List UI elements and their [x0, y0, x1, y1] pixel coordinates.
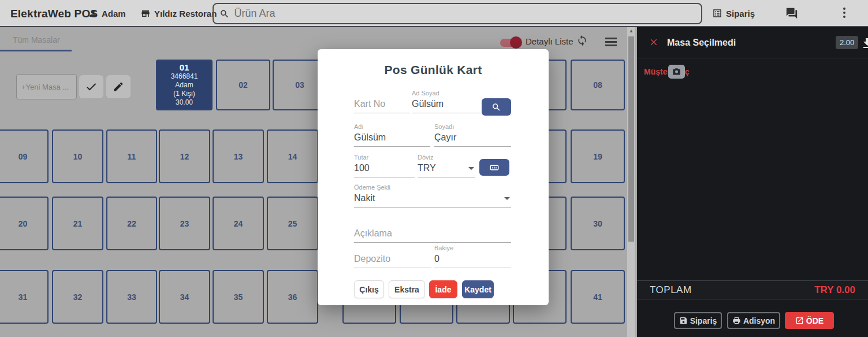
panel-divider: [637, 58, 868, 58]
payment-type-field: Ödeme Şekli Nakit: [354, 184, 511, 208]
panel-title: Masa Seçilmedi: [667, 38, 736, 48]
customer-search-button[interactable]: [482, 98, 511, 116]
payment-type-label: Ödeme Şekli: [354, 184, 511, 192]
chevron-down-icon: [468, 167, 474, 170]
table-cell-19[interactable]: 19: [571, 129, 625, 183]
chat-icon[interactable]: [785, 7, 798, 22]
elektraweb-pos-app: ElektraWeb POS Adam Yıldız Restoran Sipa…: [0, 0, 868, 337]
order-save-button[interactable]: Sipariş: [674, 312, 722, 329]
person-icon: [88, 8, 98, 18]
table-cell-12[interactable]: 12: [159, 129, 210, 183]
balance-label: Bakiye: [434, 245, 511, 253]
amount-input[interactable]: [354, 162, 415, 177]
card-no-field: [354, 90, 410, 113]
total-value: TRY 0.00: [814, 284, 855, 296]
currency-select[interactable]: TRY: [418, 162, 475, 177]
camera-button[interactable]: [668, 65, 685, 79]
search-icon: [219, 9, 229, 19]
payment-type-select[interactable]: Nakit: [354, 192, 511, 208]
table-cell-33[interactable]: 33: [106, 270, 157, 324]
open-pay-icon: [795, 316, 804, 325]
fullname-label: Ad Soyad: [412, 90, 481, 98]
table-cell-14[interactable]: 14: [267, 129, 318, 183]
scroll-up-arrow[interactable]: ▲: [627, 28, 635, 34]
print-bill-label: Adisyon: [743, 316, 775, 325]
pay-button[interactable]: ÖDE: [785, 312, 834, 329]
firstname-input[interactable]: [354, 131, 430, 147]
product-search[interactable]: [213, 3, 702, 24]
chevron-down-icon: [504, 197, 510, 200]
table-cell-25[interactable]: 25: [267, 197, 318, 250]
pos-daily-card-modal: Pos Günlük Kart Ad Soyad Adı Soyadı Tuta…: [318, 49, 549, 305]
table-cell-23[interactable]: 23: [159, 197, 210, 250]
table-cell-36[interactable]: 36: [267, 270, 318, 324]
scrollbar-thumb[interactable]: [628, 36, 634, 242]
vertical-scrollbar[interactable]: ▲: [627, 27, 635, 337]
deposit-input[interactable]: [354, 253, 431, 268]
table-cell-09[interactable]: 09: [0, 129, 49, 183]
balance-input[interactable]: [434, 253, 511, 268]
venue-name: Yıldız Restoran: [154, 9, 217, 18]
user-button[interactable]: Adam: [88, 8, 126, 18]
extra-button[interactable]: Ekstra: [389, 280, 425, 298]
fullname-field: Ad Soyad: [412, 90, 481, 113]
table-cell-20[interactable]: 20: [0, 197, 49, 250]
total-bar: TOPLAM TRY 0.00: [637, 280, 868, 299]
table-cell-08[interactable]: 08: [571, 60, 625, 110]
keypad-icon: [489, 162, 500, 173]
more-menu-icon[interactable]: [842, 8, 847, 18]
amount-field: Tutar: [354, 154, 415, 177]
rate-badge: 2.00: [836, 36, 858, 49]
table-cell-24[interactable]: 24: [213, 197, 264, 250]
save-button[interactable]: Kaydet: [462, 280, 494, 298]
user-name: Adam: [102, 9, 126, 18]
table-cell-41[interactable]: 41: [571, 270, 625, 324]
description-input[interactable]: [354, 227, 511, 243]
table-cell-34[interactable]: 34: [159, 270, 210, 324]
order-button[interactable]: Sipariş: [712, 8, 755, 18]
order-save-label: Sipariş: [690, 316, 717, 325]
modal-title: Pos Günlük Kart: [318, 63, 549, 77]
print-bill-button[interactable]: Adisyon: [727, 312, 780, 329]
app-title: ElektraWeb POS: [10, 8, 98, 20]
exit-button[interactable]: Çıkış: [354, 280, 384, 298]
product-search-input[interactable]: [234, 8, 695, 20]
table-cell-35[interactable]: 35: [213, 270, 264, 324]
table-cell-30[interactable]: 30: [571, 197, 625, 250]
table-cell-13[interactable]: 13: [213, 129, 264, 183]
table-cell-32[interactable]: 32: [52, 270, 103, 324]
table-cell-31[interactable]: 31: [0, 270, 49, 324]
deposit-field: [354, 245, 431, 268]
pay-label: ÖDE: [806, 316, 824, 325]
lastname-field: Soyadı: [434, 123, 511, 147]
table-cell-22[interactable]: 22: [106, 197, 157, 250]
table-cell-11[interactable]: 11: [106, 129, 157, 183]
table-cell-01[interactable]: 013466841Adam(1 Kişi)30.00: [156, 60, 213, 110]
card-no-input[interactable]: [354, 98, 410, 113]
firstname-label: Adı: [354, 123, 430, 131]
keypad-button[interactable]: [479, 159, 509, 176]
order-label: Sipariş: [726, 9, 755, 18]
camera-icon: [672, 68, 681, 76]
store-icon: [140, 8, 151, 18]
order-panel: Masa Seçilmedi 2.00 Müşteri Seç TOPLAM T…: [637, 27, 868, 337]
total-label: TOPLAM: [650, 284, 692, 296]
refund-button[interactable]: İade: [429, 280, 457, 298]
table-cell-02[interactable]: 02: [216, 60, 270, 110]
balance-field: Bakiye: [434, 245, 511, 268]
currency-field: Döviz TRY: [418, 154, 475, 177]
fullname-input[interactable]: [412, 98, 481, 113]
order-list-icon: [712, 8, 722, 18]
table-cell-21[interactable]: 21: [52, 197, 103, 250]
venue-button[interactable]: Yıldız Restoran: [140, 8, 217, 18]
lastname-input[interactable]: [434, 131, 511, 147]
amount-label: Tutar: [354, 154, 415, 162]
download-icon[interactable]: [860, 36, 868, 53]
payment-type-value: Nakit: [354, 193, 375, 203]
topbar: ElektraWeb POS Adam Yıldız Restoran Sipa…: [0, 0, 868, 27]
close-icon[interactable]: [649, 37, 659, 50]
currency-value: TRY: [418, 163, 436, 173]
firstname-field: Adı: [354, 123, 430, 147]
table-cell-10[interactable]: 10: [52, 129, 103, 183]
description-field: [354, 219, 511, 243]
